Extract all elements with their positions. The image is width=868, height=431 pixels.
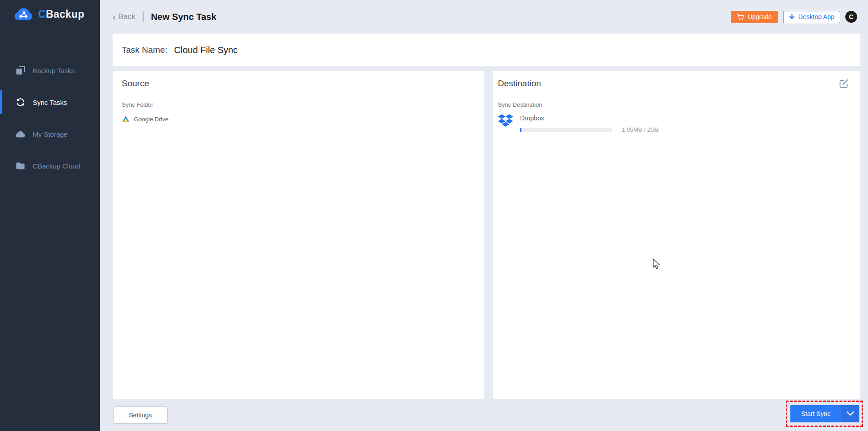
chevron-down-icon [846,411,854,416]
sync-destination-label: Sync Destination [498,101,851,108]
start-sync-label[interactable]: Start Sync [790,405,841,422]
sidebar-item-my-storage[interactable]: My Storage [0,118,100,150]
source-item-google-drive[interactable]: Google Drive [122,115,475,123]
source-panel: Source Sync Folder Google Drive [113,71,484,399]
cart-icon [737,14,744,20]
destination-title: Destination [498,79,541,89]
task-name-value[interactable]: Cloud File Sync [174,45,238,55]
sidebar-nav: Backup Tasks Sync Tasks My Storage CBack… [0,54,100,182]
avatar-initial: C [849,13,853,20]
back-button[interactable]: ‹ Back [113,12,135,21]
page-title: New Sync Task [151,12,216,22]
back-chevron-icon: ‹ [113,13,115,21]
edit-icon[interactable] [838,78,849,89]
start-sync-dropdown[interactable] [841,405,859,422]
google-drive-icon [122,115,130,123]
source-title: Source [122,79,149,89]
storage-progress-bar [520,128,612,132]
start-sync-button[interactable]: Start Sync [790,405,859,422]
settings-button[interactable]: Settings [113,406,168,424]
destination-panel: Destination Sync Destination Dropbox [493,71,860,399]
sidebar-item-backup-tasks[interactable]: Backup Tasks [0,54,100,86]
dropbox-icon [498,114,513,128]
task-name-card: Task Name: Cloud File Sync [113,34,860,66]
upgrade-button[interactable]: Upgrade [731,11,778,23]
download-icon [789,14,795,20]
source-panel-header: Source [113,71,484,96]
copy-icon [15,65,26,76]
desktop-app-button[interactable]: Desktop App [783,11,840,23]
sidebar-item-label: Sync Tasks [33,99,67,106]
sidebar-item-label: Backup Tasks [33,67,74,74]
sidebar: CBackup Backup Tasks Sync Tasks My Stora… [0,0,100,431]
destination-item-label: Dropbox [520,114,659,122]
storage-usage-text: 1.05MB / 2GB [622,126,659,133]
sync-folder-label: Sync Folder [122,101,475,108]
upgrade-label: Upgrade [748,13,772,20]
source-item-label: Google Drive [134,116,169,123]
folder-icon [15,160,26,171]
cloud-icon [15,129,26,139]
user-avatar[interactable]: C [845,11,857,23]
task-name-label: Task Name: [122,45,167,55]
back-label: Back [118,12,135,21]
title-divider [143,11,144,22]
destination-item-dropbox[interactable]: Dropbox 1.05MB / 2GB [498,114,851,133]
sidebar-item-label: CBackup Cloud [33,162,80,170]
sidebar-item-cbackup-cloud[interactable]: CBackup Cloud [0,150,100,182]
sync-icon [15,97,26,108]
sidebar-item-sync-tasks[interactable]: Sync Tasks [0,86,100,118]
top-bar: ‹ Back New Sync Task Upgrade Desktop App… [100,0,868,34]
sidebar-item-label: My Storage [33,130,68,138]
desktop-app-label: Desktop App [799,13,834,20]
brand-name: CBackup [38,8,84,20]
app-logo: CBackup [14,7,84,21]
cloud-logo-icon [14,7,34,21]
storage-progress-fill [520,128,521,132]
destination-panel-header: Destination [493,71,860,96]
